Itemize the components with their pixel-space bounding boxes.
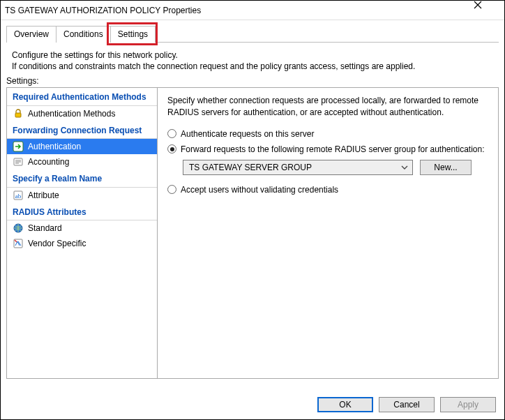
tree-group-realm: Specify a Realm Name [7,170,157,187]
tree-item-label: Authentication Methods [28,109,115,119]
tree-item-vendor-specific[interactable]: Vendor Specific [7,236,157,251]
radio-label: Accept users without validating credenti… [181,185,338,195]
tab-conditions[interactable]: Conditions [56,26,111,43]
cancel-button[interactable]: Cancel [379,397,435,412]
policy-description-line2: If conditions and constraints match the … [12,61,493,72]
detail-description: Specify whether connection requests are … [167,95,488,117]
radio-icon [167,129,176,138]
tree-item-accounting[interactable]: Accounting [7,154,157,170]
radio-icon [167,144,176,153]
lock-icon [13,108,24,119]
ok-button[interactable]: OK [317,397,373,412]
tree-group-radius-attrs: RADIUS Attributes [7,203,157,220]
detail-pane: Specify whether connection requests are … [158,88,498,378]
tree-item-authentication[interactable]: Authentication [7,139,157,154]
svg-text:ab: ab [15,193,22,200]
radio-label: Authenticate requests on this server [181,129,314,139]
svg-rect-0 [15,113,21,117]
tab-overview[interactable]: Overview [6,26,56,43]
radio-accept-without-validate[interactable]: Accept users without validating credenti… [167,185,488,195]
policy-description: Configure the settings for this network … [1,43,504,76]
tree-item-auth-methods[interactable]: Authentication Methods [7,106,157,121]
chevron-down-icon [401,164,408,171]
settings-tree: Required Authentication Methods Authenti… [7,88,158,378]
tree-item-attribute[interactable]: ab Attribute [7,188,157,203]
tab-strip: Overview Conditions Settings [1,20,504,43]
combo-value: TS GATEWAY SERVER GROUP [189,163,312,172]
close-button[interactable] [474,1,504,20]
vendor-icon [13,238,24,249]
dialog-footer: OK Cancel Apply [317,397,496,412]
tree-item-label: Authentication [28,142,81,151]
tree-item-label: Standard [28,223,62,233]
tree-group-forwarding: Forwarding Connection Request [7,121,157,139]
tab-settings[interactable]: Settings [110,26,156,43]
server-group-combo[interactable]: TS GATEWAY SERVER GROUP [183,160,413,175]
attribute-icon: ab [13,190,24,201]
apply-button[interactable]: Apply [440,397,496,412]
new-button[interactable]: New... [420,160,472,175]
radio-label: Forward requests to the following remote… [181,144,485,154]
accounting-icon [13,156,24,167]
tree-item-label: Attribute [28,190,59,200]
settings-panel: Required Authentication Methods Authenti… [6,87,499,379]
window-title: TS GATEWAY AUTHORIZATION POLICY Properti… [5,6,201,15]
arrow-right-icon [13,141,24,152]
close-icon [474,1,482,9]
server-group-row: TS GATEWAY SERVER GROUP New... [183,160,488,175]
settings-label: Settings: [1,76,504,87]
tree-item-label: Vendor Specific [28,239,86,248]
radio-forward-remote[interactable]: Forward requests to the following remote… [167,144,488,154]
globe-icon [13,223,24,234]
policy-description-line1: Configure the settings for this network … [12,50,493,61]
tree-item-label: Accounting [28,157,69,167]
tree-group-required-auth: Required Authentication Methods [7,88,157,105]
radio-authenticate-local[interactable]: Authenticate requests on this server [167,129,488,139]
title-bar: TS GATEWAY AUTHORIZATION POLICY Properti… [1,1,504,20]
tree-item-standard[interactable]: Standard [7,220,157,236]
radio-icon [167,185,176,194]
